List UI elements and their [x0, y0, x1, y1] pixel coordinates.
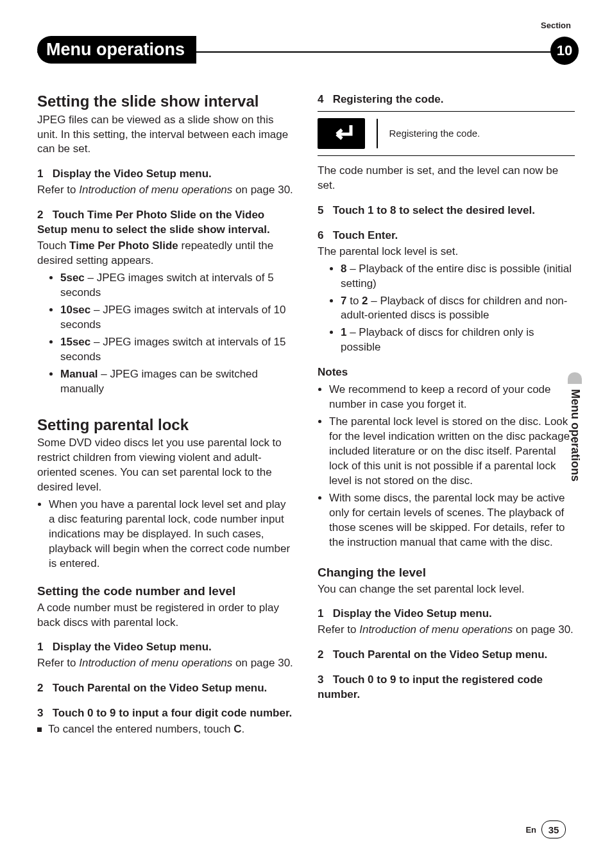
list-item: 7 to 2 – Playback of discs for children …: [341, 294, 575, 324]
right-column: 4 Registering the code. Registering the …: [318, 92, 575, 740]
footer-language: En: [525, 825, 536, 835]
step: 5 Touch 1 to 8 to select the desired lev…: [318, 204, 575, 218]
page-number-badge: 35: [541, 820, 566, 838]
step: 2 Touch Time Per Photo Slide on the Vide…: [37, 208, 294, 238]
list-item: 10sec – JPEG images switch at intervals …: [60, 303, 294, 333]
section-number-badge: 10: [550, 37, 579, 65]
figure-caption: Registering the code.: [389, 128, 480, 139]
heading-code-level: Setting the code number and level: [37, 584, 294, 598]
step: 1 Display the Video Setup menu.: [37, 640, 294, 655]
body-text: Refer to Introduction of menu operations…: [318, 623, 575, 638]
page-footer: En 35: [525, 820, 566, 838]
body-text: The code number is set, and the level ca…: [318, 164, 575, 193]
step: 3 Touch 0 to 9 to input a four digit cod…: [37, 706, 294, 721]
list-item: 15sec – JPEG images switch at intervals …: [60, 335, 294, 365]
option-list: 5sec – JPEG images switch at intervals o…: [60, 271, 294, 397]
body-text: Refer to Introduction of menu operations…: [37, 656, 294, 671]
heading-parental-lock: Setting parental lock: [37, 416, 294, 434]
list-item: The parental lock level is stored on the…: [329, 415, 575, 489]
list-item: 8 – Playback of the entire disc is possi…: [341, 262, 575, 291]
step: 6 Touch Enter.: [318, 229, 575, 243]
left-column: Setting the slide show interval JPEG fil…: [37, 92, 294, 740]
figure-registering-code: Registering the code.: [318, 111, 575, 156]
body-text: You can change the set parental lock lev…: [318, 582, 575, 597]
list-item: When you have a parental lock level set …: [49, 498, 294, 571]
step: 3 Touch 0 to 9 to input the registered c…: [318, 673, 575, 702]
step: 2 Touch Parental on the Video Setup menu…: [318, 648, 575, 663]
list-item: 5sec – JPEG images switch at intervals o…: [60, 271, 294, 300]
side-tab-cap: [568, 372, 582, 384]
body-text: To cancel the entered numbers, touch C.: [37, 722, 294, 737]
body-text: Refer to Introduction of menu operations…: [37, 183, 294, 198]
list-item: With some discs, the parental lock may b…: [329, 491, 575, 550]
heading-slide-show: Setting the slide show interval: [37, 92, 294, 110]
page: Section Menu operations 10 Setting the s…: [0, 0, 612, 868]
notes-list: We recommend to keep a record of your co…: [329, 383, 575, 550]
list-item: 1 – Playback of discs for children only …: [341, 326, 575, 355]
step: 1 Display the Video Setup menu.: [37, 167, 294, 182]
body-text: Touch Time Per Photo Slide repeatedly un…: [37, 239, 294, 268]
step: 2 Touch Parental on the Video Setup menu…: [37, 681, 294, 696]
body-text: The parental lock level is set.: [318, 245, 575, 259]
body-text: A code number must be registered in orde…: [37, 601, 294, 630]
step: 4 Registering the code.: [318, 92, 575, 107]
heading-changing-level: Changing the level: [318, 566, 575, 580]
body-text: JPEG files can be viewed as a slide show…: [37, 113, 294, 157]
vertical-divider: [377, 119, 378, 148]
step: 1 Display the Video Setup menu.: [318, 607, 575, 621]
option-list: 8 – Playback of the entire disc is possi…: [341, 262, 575, 356]
list-item: We recommend to keep a record of your co…: [329, 383, 575, 412]
section-label: Section: [541, 21, 571, 30]
enter-icon: [318, 118, 365, 149]
side-tab-label: Menu operations: [568, 389, 582, 482]
chapter-title: Menu operations: [37, 36, 196, 64]
notes-heading: Notes: [318, 365, 575, 380]
square-bullet-icon: [37, 727, 42, 732]
chapter-banner: Menu operations 10: [37, 36, 575, 65]
list-item: Manual – JPEG images can be switched man…: [60, 367, 294, 397]
content-columns: Setting the slide show interval JPEG fil…: [37, 92, 575, 740]
note-list: When you have a parental lock level set …: [49, 498, 294, 571]
side-tab: Menu operations: [568, 372, 581, 520]
body-text: Some DVD video discs let you use parenta…: [37, 436, 294, 495]
